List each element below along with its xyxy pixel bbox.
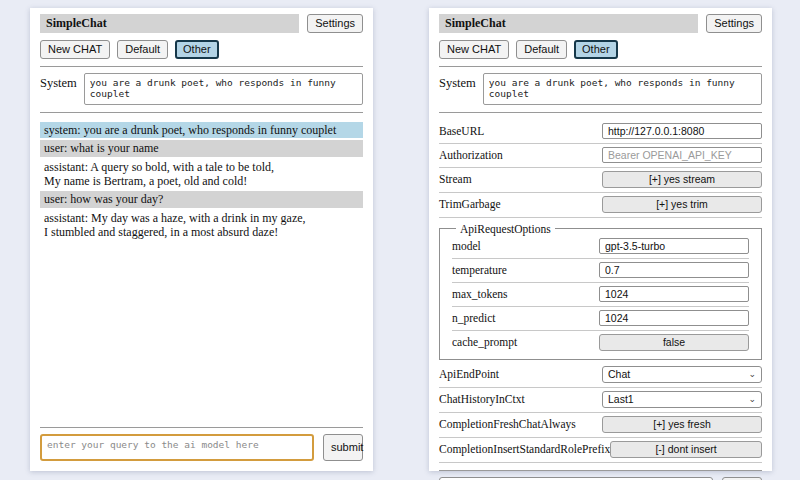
setting-row-authorization: Authorization bbox=[439, 144, 762, 168]
chat-messages: system: you are a drunk poet, who respon… bbox=[40, 120, 363, 420]
setting-row-completion-fresh: CompletionFreshChatAlways [+] yes fresh bbox=[439, 413, 762, 438]
chat-history-label: ChatHistoryInCtxt bbox=[439, 393, 525, 405]
baseurl-label: BaseURL bbox=[439, 125, 484, 137]
app-title: SimpleChat bbox=[439, 14, 698, 33]
authorization-input[interactable] bbox=[602, 147, 762, 163]
system-row: System you are a drunk poet, who respond… bbox=[439, 73, 762, 105]
model-input[interactable] bbox=[599, 238, 749, 254]
system-prompt-input[interactable]: you are a drunk poet, who responds in fu… bbox=[483, 73, 762, 105]
setting-row-chat-history: ChatHistoryInCtxt Last1 ⌄ bbox=[439, 388, 762, 413]
session-tab-other[interactable]: Other bbox=[175, 40, 219, 59]
setting-row-cache-prompt: cache_prompt false bbox=[452, 331, 749, 355]
session-tab-default[interactable]: Default bbox=[117, 40, 168, 59]
session-nav: New CHAT Default Other bbox=[439, 40, 762, 59]
n-predict-label: n_predict bbox=[452, 312, 495, 324]
message-assistant: assistant: A query so bold, with a tale … bbox=[40, 159, 363, 190]
setting-row-max-tokens: max_tokens bbox=[452, 283, 749, 307]
query-area: submit bbox=[439, 463, 762, 480]
settings-button[interactable]: Settings bbox=[307, 14, 363, 33]
submit-button[interactable]: submit bbox=[323, 434, 363, 461]
api-endpoint-label: ApiEndPoint bbox=[439, 368, 499, 380]
titlebar-row: SimpleChat Settings bbox=[40, 14, 363, 33]
query-input[interactable] bbox=[40, 434, 314, 461]
message-assistant: assistant: My day was a haze, with a dri… bbox=[40, 210, 363, 241]
authorization-label: Authorization bbox=[439, 149, 503, 161]
message-user: user: how was your day? bbox=[40, 191, 363, 207]
new-chat-button[interactable]: New CHAT bbox=[40, 40, 110, 59]
completion-insert-label: CompletionInsertStandardRolePrefix bbox=[439, 443, 610, 455]
system-label: System bbox=[439, 73, 476, 105]
chat-history-select[interactable]: Last1 ⌄ bbox=[602, 391, 762, 408]
setting-row-api-endpoint: ApiEndPoint Chat ⌄ bbox=[439, 363, 762, 388]
titlebar-row: SimpleChat Settings bbox=[439, 14, 762, 33]
temperature-input[interactable] bbox=[599, 262, 749, 278]
setting-row-stream: Stream [+] yes stream bbox=[439, 168, 762, 193]
setting-row-trimgarbage: TrimGarbage [+] yes trim bbox=[439, 193, 762, 218]
completion-fresh-label: CompletionFreshChatAlways bbox=[439, 418, 576, 430]
settings-panel: SimpleChat Settings New CHAT Default Oth… bbox=[429, 8, 772, 471]
divider bbox=[439, 112, 762, 113]
settings-button[interactable]: Settings bbox=[706, 14, 762, 33]
chevron-down-icon: ⌄ bbox=[748, 395, 756, 404]
api-endpoint-select[interactable]: Chat ⌄ bbox=[602, 366, 762, 383]
new-chat-button[interactable]: New CHAT bbox=[439, 40, 509, 59]
system-row: System you are a drunk poet, who respond… bbox=[40, 73, 363, 105]
model-label: model bbox=[452, 240, 481, 252]
message-user: user: what is your name bbox=[40, 140, 363, 156]
baseurl-input[interactable] bbox=[602, 123, 762, 139]
chat-panel: SimpleChat Settings New CHAT Default Oth… bbox=[30, 8, 373, 471]
max-tokens-label: max_tokens bbox=[452, 288, 508, 300]
session-nav: New CHAT Default Other bbox=[40, 40, 363, 59]
n-predict-input[interactable] bbox=[599, 310, 749, 326]
settings-list: BaseURL Authorization Stream [+] yes str… bbox=[439, 120, 762, 463]
api-request-options-fieldset: ApiRequestOptions model temperature max_… bbox=[439, 223, 762, 360]
stream-toggle-button[interactable]: [+] yes stream bbox=[602, 171, 762, 188]
api-request-options-legend: ApiRequestOptions bbox=[456, 223, 555, 235]
divider bbox=[40, 427, 363, 428]
setting-row-baseurl: BaseURL bbox=[439, 120, 762, 144]
session-tab-default[interactable]: Default bbox=[516, 40, 567, 59]
completion-insert-toggle-button[interactable]: [-] dont insert bbox=[610, 441, 762, 458]
trimgarbage-label: TrimGarbage bbox=[439, 198, 501, 210]
system-label: System bbox=[40, 73, 77, 105]
divider bbox=[40, 66, 363, 67]
cache-prompt-toggle-button[interactable]: false bbox=[599, 334, 749, 351]
completion-fresh-toggle-button[interactable]: [+] yes fresh bbox=[602, 416, 762, 433]
stream-label: Stream bbox=[439, 173, 472, 185]
max-tokens-input[interactable] bbox=[599, 286, 749, 302]
setting-row-completion-insert: CompletionInsertStandardRolePrefix [-] d… bbox=[439, 438, 762, 463]
divider bbox=[439, 470, 762, 471]
app-title: SimpleChat bbox=[40, 14, 299, 33]
divider bbox=[40, 112, 363, 113]
message-system: system: you are a drunk poet, who respon… bbox=[40, 122, 363, 138]
session-tab-other[interactable]: Other bbox=[574, 40, 618, 59]
setting-row-model: model bbox=[452, 235, 749, 259]
query-area: submit bbox=[40, 420, 363, 461]
setting-row-temperature: temperature bbox=[452, 259, 749, 283]
setting-row-n-predict: n_predict bbox=[452, 307, 749, 331]
cache-prompt-label: cache_prompt bbox=[452, 336, 517, 348]
chevron-down-icon: ⌄ bbox=[748, 370, 756, 379]
temperature-label: temperature bbox=[452, 264, 507, 276]
divider bbox=[439, 66, 762, 67]
trimgarbage-toggle-button[interactable]: [+] yes trim bbox=[602, 196, 762, 213]
system-prompt-input[interactable]: you are a drunk poet, who responds in fu… bbox=[84, 73, 363, 105]
